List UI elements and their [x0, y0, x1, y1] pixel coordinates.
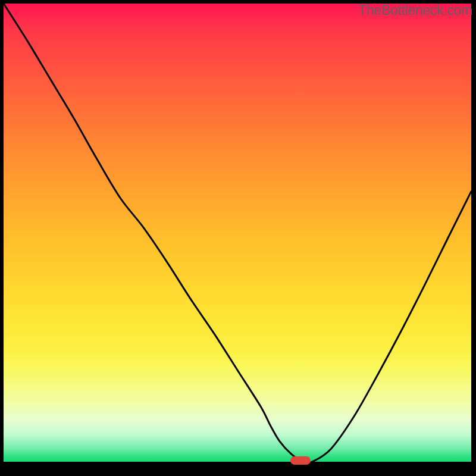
plot-gradient-background [4, 4, 471, 462]
chart-container: TheBottleneck.com [0, 0, 476, 476]
optimal-point-marker [290, 456, 311, 465]
